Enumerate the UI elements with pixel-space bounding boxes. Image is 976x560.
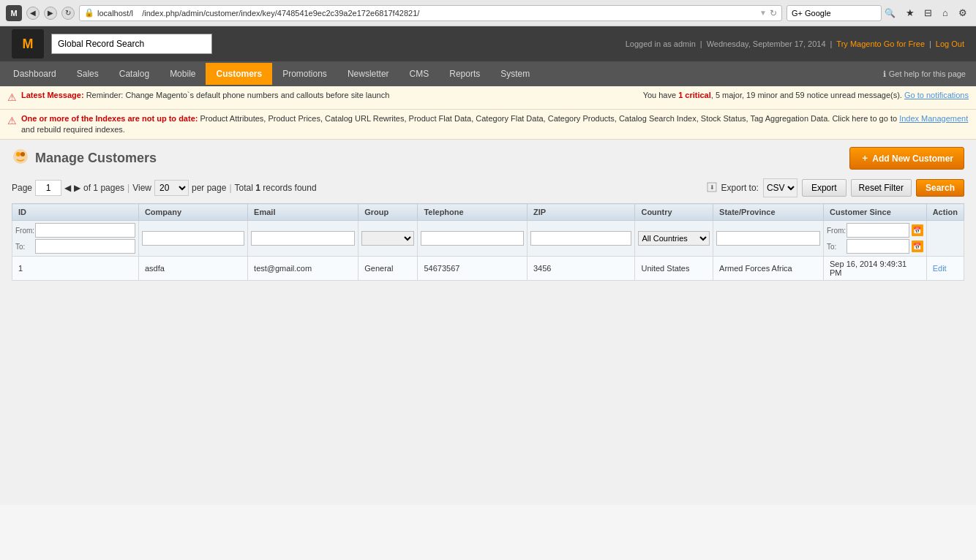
view-per-page-select[interactable]: 20 50 100 <box>154 180 189 196</box>
edit-customer-link[interactable]: Edit <box>933 264 947 273</box>
filter-company-input[interactable] <box>142 231 244 246</box>
filter-email-input[interactable] <box>251 231 355 246</box>
nav-item-sales[interactable]: Sales <box>67 63 109 85</box>
page-nav-next[interactable]: ▶ <box>74 183 80 193</box>
filter-date-from-label: From: <box>827 227 844 235</box>
filter-from-label: From: <box>15 227 33 235</box>
msg1-text: Reminder: Change Magento`s default phone… <box>86 91 390 99</box>
filter-date-to-label: To: <box>827 243 844 251</box>
toolbar-separator2: | <box>229 183 231 193</box>
col-header-state-province[interactable]: State/Province <box>713 204 824 221</box>
col-header-group[interactable]: Group <box>359 204 418 221</box>
table-row: 1 asdfa test@gmail.com General 54673567 … <box>12 257 964 281</box>
global-search-input[interactable] <box>51 34 212 54</box>
page-number-input[interactable] <box>35 180 61 196</box>
nav-item-mobile[interactable]: Mobile <box>159 63 206 85</box>
calendar-from-icon[interactable]: 📅 <box>912 224 923 236</box>
critical-count: 1 critical <box>678 91 711 99</box>
toolbar-separator: | <box>127 183 129 193</box>
filter-date-from-input[interactable] <box>847 223 909 238</box>
col-header-email[interactable]: Email <box>248 204 359 221</box>
svg-text:⬇: ⬇ <box>709 184 714 191</box>
header-logo: M <box>12 29 44 58</box>
url-bar[interactable]: 🔒 ▼ ↻ <box>79 5 782 21</box>
cell-group: General <box>359 257 418 281</box>
nav-item-cms[interactable]: CMS <box>399 63 440 85</box>
total-records-label: Total 1 records found <box>235 183 317 193</box>
header-right: Logged in as admin | Wednesday, Septembe… <box>626 39 964 48</box>
filter-country-select[interactable]: All Countries United States United Kingd… <box>638 231 710 246</box>
page-title-icon <box>12 148 29 170</box>
browser-search-input[interactable] <box>787 5 882 21</box>
col-header-customer-since[interactable]: Customer Since <box>824 204 927 221</box>
page-header: Manage Customers ＋ Add New Customer <box>12 147 964 170</box>
svg-point-3 <box>16 152 20 156</box>
nav-item-newsletter[interactable]: Newsletter <box>337 63 399 85</box>
export-format-select[interactable]: CSV XML <box>763 178 797 197</box>
col-header-country[interactable]: Country <box>635 204 713 221</box>
nav-item-dashboard[interactable]: Dashboard <box>3 63 67 85</box>
filter-id-to-input[interactable] <box>35 239 135 254</box>
nav-item-catalog[interactable]: Catalog <box>109 63 159 85</box>
col-header-zip[interactable]: ZIP <box>527 204 635 221</box>
filter-email <box>248 221 359 257</box>
help-icon: ℹ <box>883 69 886 79</box>
view-label: View <box>132 183 151 193</box>
header-separator1: | <box>700 39 702 48</box>
page-title-area: Manage Customers <box>12 148 157 170</box>
cell-zip: 3456 <box>527 257 635 281</box>
filter-action-empty <box>926 221 964 257</box>
msg2-suffix: and rebuild required indexes. <box>21 125 125 134</box>
warning-icon-2: ⚠ <box>7 114 17 129</box>
refresh-icon[interactable]: ↻ <box>770 8 777 18</box>
home-icon[interactable]: ⌂ <box>938 6 953 20</box>
filter-group-select[interactable]: General Wholesale Retailer <box>361 231 414 246</box>
filter-id-from-input[interactable] <box>35 223 135 238</box>
col-header-company[interactable]: Company <box>138 204 247 221</box>
page-nav-prev[interactable]: ◀ <box>64 183 71 193</box>
filter-date-to-input[interactable] <box>847 239 909 254</box>
msg2-items: Product Attributes, Product Prices, Cata… <box>200 114 899 123</box>
cell-state-province: Armed Forces Africa <box>713 257 824 281</box>
nav-item-reports[interactable]: Reports <box>439 63 490 85</box>
svg-text:M: M <box>23 37 34 51</box>
reset-filter-button[interactable]: Reset Filter <box>851 179 912 197</box>
filter-state-input[interactable] <box>716 231 820 246</box>
header-separator3: | <box>929 39 931 48</box>
export-button[interactable]: Export <box>802 179 847 197</box>
url-input[interactable] <box>97 9 757 18</box>
forward-button[interactable]: ▶ <box>44 7 57 20</box>
menu-icon[interactable]: ⚙ <box>956 6 970 20</box>
col-header-id[interactable]: ID <box>12 204 139 221</box>
index-management-link[interactable]: Index Management <box>899 114 968 123</box>
search-grid-button[interactable]: Search <box>916 179 964 197</box>
logout-link[interactable]: Log Out <box>936 39 964 48</box>
filter-telephone-input[interactable] <box>421 231 523 246</box>
bookmark-icon[interactable]: ⊟ <box>920 6 935 20</box>
filter-date-range: From: 📅 To: 📅 <box>827 223 923 254</box>
msg2-content: One or more of the Indexes are not up to… <box>21 113 969 136</box>
nav-item-system[interactable]: System <box>490 63 540 85</box>
browser-search-area: 🔍 <box>787 5 896 21</box>
back-button[interactable]: ◀ <box>26 7 40 20</box>
help-link[interactable]: Get help for this page <box>889 69 966 78</box>
cell-id: 1 <box>12 257 139 281</box>
nav-item-customers[interactable]: Customers <box>206 63 272 85</box>
date-text: Wednesday, September 17, 2014 <box>707 39 826 48</box>
browser-search-icon[interactable]: 🔍 <box>885 8 896 18</box>
col-header-telephone[interactable]: Telephone <box>418 204 527 221</box>
warning-icon-1: ⚠ <box>7 91 17 105</box>
star-icon[interactable]: ★ <box>903 6 917 20</box>
go-to-notifications-link[interactable]: Go to notifications <box>904 91 969 99</box>
page-label: Page <box>12 183 32 193</box>
try-magento-link[interactable]: Try Magento Go for Free <box>836 39 925 48</box>
add-icon: ＋ <box>860 152 869 164</box>
nav-item-promotions[interactable]: Promotions <box>272 63 337 85</box>
header-bar: M Logged in as admin | Wednesday, Septem… <box>0 26 976 61</box>
export-to-label: Export to: <box>721 183 759 193</box>
filter-zip-input[interactable] <box>530 231 632 246</box>
browser-chrome: M ◀ ▶ ↻ 🔒 ▼ ↻ 🔍 ★ ⊟ ⌂ ⚙ <box>0 0 976 26</box>
add-new-customer-button[interactable]: ＋ Add New Customer <box>849 147 964 170</box>
calendar-to-icon[interactable]: 📅 <box>912 241 923 252</box>
refresh-button[interactable]: ↻ <box>61 7 75 20</box>
